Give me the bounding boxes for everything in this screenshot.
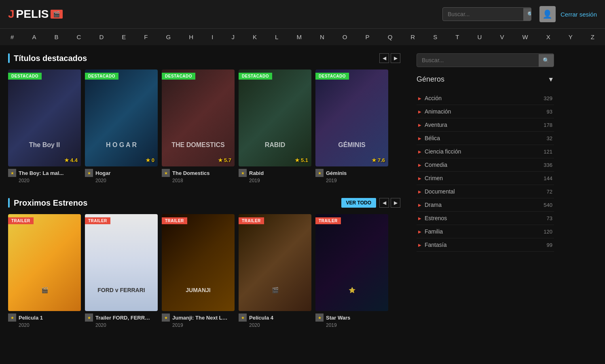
movie-rating: ★ 5.1	[295, 157, 308, 163]
featured-movie-card[interactable]: DESTACADO RABID ★ 5.1 ★ Rabid 2019	[239, 69, 311, 186]
movie-info: ★ The Domestics 2018	[162, 166, 235, 186]
movie-year: 2020	[95, 178, 158, 183]
alpha-nav-item-i[interactable]: I	[209, 33, 216, 41]
movie-fav-icon: ★	[315, 169, 324, 177]
movie-fav-icon: ★	[85, 169, 93, 177]
alpha-nav-item-a[interactable]: A	[30, 33, 38, 41]
alpha-nav-item-u[interactable]: U	[475, 33, 484, 41]
genre-count: 540	[544, 202, 552, 208]
alpha-nav-item-k[interactable]: K	[250, 33, 259, 41]
genre-item[interactable]: ▶ Crimen 144	[417, 172, 554, 185]
genre-item[interactable]: ▶ Bélica 32	[417, 132, 554, 145]
genre-label-group: ▶ Acción	[418, 95, 442, 101]
genre-name: Comedia	[425, 162, 447, 168]
alpha-nav-item-g[interactable]: G	[164, 33, 173, 41]
alpha-nav-item-b[interactable]: B	[52, 33, 61, 41]
alpha-nav-item-l[interactable]: L	[273, 33, 281, 41]
poster-title-overlay: 🎬	[8, 285, 81, 295]
ver-todo-button[interactable]: VER TODO	[341, 198, 376, 208]
upcoming-next-button[interactable]: ▶	[391, 198, 400, 208]
genre-item[interactable]: ▶ Ciencia ficción 121	[417, 145, 554, 158]
genre-count: 178	[544, 122, 552, 128]
alpha-nav-item-y[interactable]: Y	[566, 33, 575, 41]
genre-item[interactable]: ▶ Estrenos 73	[417, 212, 554, 225]
movie-info: ★ Película 1 2020	[8, 311, 81, 330]
alpha-nav-item-z[interactable]: Z	[588, 33, 597, 41]
upcoming-movie-card[interactable]: Trailer 🎬 ★ Película 4 2020	[239, 214, 311, 330]
alpha-nav-item-j[interactable]: J	[229, 33, 237, 41]
movie-rating: ★ 5.7	[218, 157, 231, 163]
movie-title: Rabid	[249, 170, 264, 176]
genre-item[interactable]: ▶ Documental 72	[417, 185, 554, 198]
sidebar-search-input[interactable]	[417, 54, 539, 67]
alpha-nav-item-t[interactable]: T	[453, 33, 461, 41]
movie-title: Película 1	[19, 315, 43, 321]
logo[interactable]: J PELIS 🎬	[8, 8, 63, 21]
alpha-nav-item-m[interactable]: M	[294, 33, 304, 41]
alpha-nav-item-s[interactable]: S	[431, 33, 440, 41]
upcoming-movie-card[interactable]: Trailer FORD v FERRARI ★ Trailer FORD, F…	[85, 214, 158, 330]
genre-count: 32	[547, 135, 552, 141]
poster-title-overlay: RABID	[239, 140, 311, 150]
upcoming-movie-card[interactable]: Trailer 🎬 ★ Película 1 2020	[8, 214, 81, 330]
alpha-nav-item-o[interactable]: O	[340, 33, 350, 41]
alpha-nav-item-x[interactable]: X	[544, 33, 553, 41]
featured-movie-card[interactable]: DESTACADO The Boy II ★ 4.4 ★ The Boy: La…	[8, 69, 81, 186]
poster-title-overlay: FORD v FERRARI	[85, 285, 158, 295]
movie-title-row: ★ Hogar	[85, 169, 158, 177]
alpha-nav-item-v[interactable]: V	[497, 33, 506, 41]
genre-item[interactable]: ▶ Drama 540	[417, 198, 554, 212]
genre-item[interactable]: ▶ Familia 120	[417, 225, 554, 238]
genre-item[interactable]: ▶ Animación 93	[417, 105, 554, 118]
movie-fav-icon: ★	[8, 314, 16, 322]
upcoming-nav-arrows: ◀ ▶	[379, 198, 400, 208]
logout-button[interactable]: Cerrar sesión	[561, 11, 597, 18]
rating-value: 5.1	[301, 157, 308, 163]
alpha-nav-item-#[interactable]: #	[8, 33, 16, 41]
alpha-nav-item-d[interactable]: D	[97, 33, 106, 41]
featured-next-button[interactable]: ▶	[391, 53, 400, 63]
upcoming-movie-card[interactable]: Trailer JUMANJI ★ Jumanji: The Next Leve…	[162, 214, 235, 330]
featured-movie-card[interactable]: DESTACADO GÉMINIS ★ 7.6 ★ Géminis 2019	[315, 69, 388, 186]
genre-item[interactable]: ▶ Comedia 336	[417, 158, 554, 172]
alpha-nav-item-w[interactable]: W	[520, 33, 530, 41]
genres-expand-icon[interactable]: ▼	[548, 76, 554, 83]
genres-title: Géneros	[417, 75, 444, 84]
movie-poster: DESTACADO RABID ★ 5.1	[239, 69, 311, 166]
alpha-nav-item-f[interactable]: F	[142, 33, 150, 41]
upcoming-header-right: VER TODO ◀ ▶	[341, 198, 400, 208]
header-search-input[interactable]	[443, 8, 523, 21]
upcoming-movie-card[interactable]: Trailer ⭐ ★ Star Wars 2019	[315, 214, 388, 330]
alpha-nav-item-q[interactable]: Q	[385, 33, 395, 41]
featured-movie-card[interactable]: DESTACADO H O G A R ★ 0 ★ Hogar 2020	[85, 69, 158, 186]
poster-title-overlay: The Boy II	[8, 140, 81, 150]
alpha-nav-item-h[interactable]: H	[186, 33, 196, 41]
alpha-nav-item-c[interactable]: C	[74, 33, 84, 41]
sidebar-search-button[interactable]: 🔍	[539, 54, 554, 67]
header: J PELIS 🎬 🔍 👤 Cerrar sesión	[0, 0, 605, 28]
alpha-nav-item-r[interactable]: R	[408, 33, 417, 41]
poster-title-overlay: JUMANJI	[162, 285, 235, 295]
featured-section: Títulos destacados ◀ ▶ DESTACADO The Boy…	[8, 53, 400, 186]
header-search-button[interactable]: 🔍	[523, 8, 531, 21]
main-layout: Títulos destacados ◀ ▶ DESTACADO The Boy…	[0, 45, 605, 339]
genre-count: 72	[547, 189, 552, 195]
genre-label-group: ▶ Estrenos	[418, 215, 447, 221]
genre-label-group: ▶ Documental	[418, 188, 455, 195]
movie-title-row: ★ Star Wars	[315, 314, 388, 322]
genre-item[interactable]: ▶ Acción 329	[417, 92, 554, 105]
alpha-nav-item-p[interactable]: P	[363, 33, 372, 41]
genre-arrow-icon: ▶	[418, 149, 421, 154]
genre-name: Bélica	[425, 135, 440, 141]
featured-prev-button[interactable]: ◀	[379, 53, 389, 63]
alpha-nav-item-n[interactable]: N	[317, 33, 327, 41]
alpha-nav-item-e[interactable]: E	[119, 33, 128, 41]
genre-item[interactable]: ▶ Fantasía 99	[417, 238, 554, 252]
genre-item[interactable]: ▶ Aventura 178	[417, 118, 554, 132]
movie-title-row: ★ The Domestics	[162, 169, 235, 177]
featured-movie-card[interactable]: DESTACADO THE DOMESTICS ★ 5.7 ★ The Dome…	[162, 69, 235, 186]
destacado-badge: DESTACADO	[85, 73, 118, 80]
movie-year: 2020	[249, 322, 311, 328]
movie-title-row: ★ The Boy: La mal...	[8, 169, 81, 177]
upcoming-prev-button[interactable]: ◀	[379, 198, 389, 208]
